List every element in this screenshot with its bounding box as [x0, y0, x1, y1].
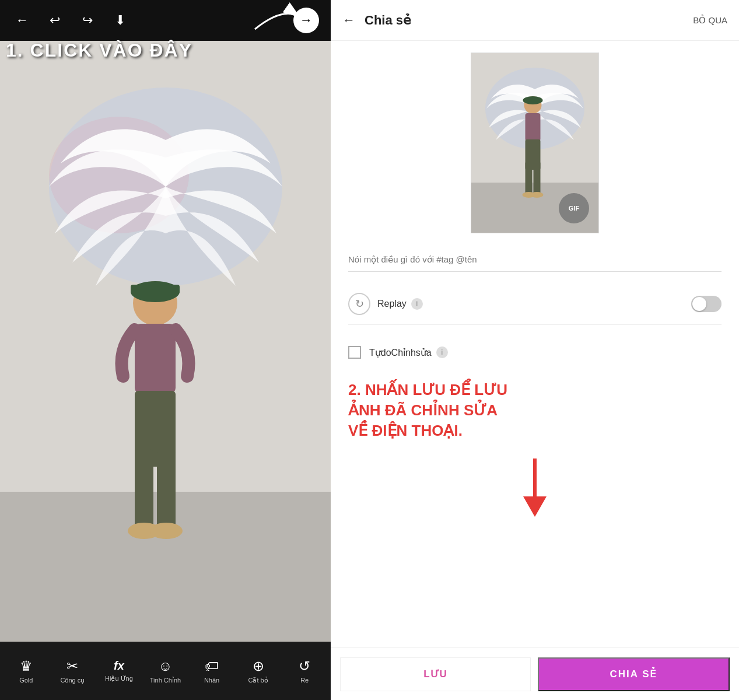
instruction-annotation: 2. NHẤN LƯU ĐỂ LƯU ẢNH ĐÃ CHỈNH SỬA VỀ Đ… — [348, 380, 722, 441]
back-button[interactable]: ← — [12, 10, 33, 31]
left-panel: ← ↩ ↪ ⬇ → 1. CLICK VÀO ĐÂY — [0, 0, 331, 700]
share-export-button[interactable]: → — [293, 8, 319, 33]
free-edit-row: TựdoChỉnhsửa i — [348, 337, 722, 368]
svg-point-14 — [523, 96, 543, 104]
tool-hieu-ung-label: Hiệu Ứng — [105, 675, 133, 682]
tool-cong-cu-label: Công cụ — [60, 677, 85, 684]
revert-icon: ↺ — [299, 658, 310, 674]
replay-info-icon[interactable]: i — [411, 298, 423, 310]
preview-child — [513, 96, 554, 224]
wings-decoration — [26, 70, 306, 315]
red-arrow-down-container — [348, 459, 722, 517]
tool-hieu-ung[interactable]: fx Hiệu Ứng — [101, 659, 136, 682]
left-toolbar: ← ↩ ↪ ⬇ → — [0, 0, 331, 41]
svg-rect-18 — [534, 162, 541, 194]
left-bottom-toolbar: ♛ Gold ✂ Công cụ fx Hiệu Ứng ☺ Tinh Chỉn… — [0, 642, 331, 700]
red-arrow-down — [517, 459, 552, 517]
tool-re[interactable]: ↺ Re — [287, 658, 322, 684]
tool-cat-bo-label: Cắt bỏ — [248, 677, 268, 684]
undo-button[interactable]: ↩ — [44, 10, 65, 31]
free-edit-info-icon[interactable]: i — [436, 346, 448, 358]
crop-icon: ⊕ — [253, 658, 264, 674]
free-edit-label: TựdoChỉnhsửa — [369, 347, 432, 358]
replay-row: ↻ Replay i — [348, 284, 722, 325]
svg-rect-9 — [157, 449, 176, 531]
svg-marker-22 — [523, 496, 547, 517]
scissors-icon: ✂ — [66, 658, 78, 674]
photo-background — [0, 41, 331, 642]
svg-rect-8 — [135, 449, 153, 531]
caption-input[interactable] — [348, 247, 722, 272]
tool-tinh-chinh-label: Tinh Chỉnh — [150, 677, 181, 684]
replay-icon-button[interactable]: ↻ — [348, 293, 370, 315]
replay-label: Replay — [377, 299, 407, 309]
tool-cat-bo[interactable]: ⊕ Cắt bỏ — [241, 658, 276, 684]
svg-point-11 — [150, 523, 183, 539]
preview-image: GIF — [471, 52, 599, 233]
child-figure — [103, 280, 208, 607]
page-title: Chia sẻ — [365, 13, 693, 28]
preview-container: GIF — [348, 52, 722, 233]
tool-cong-cu[interactable]: ✂ Công cụ — [55, 658, 90, 684]
right-panel: ← Chia sẻ BỎ QUA — [331, 0, 739, 700]
tool-gold-label: Gold — [19, 677, 33, 684]
redo-button[interactable]: ↪ — [77, 10, 98, 31]
svg-rect-6 — [135, 324, 176, 394]
right-back-button[interactable]: ← — [342, 13, 355, 28]
download-button[interactable]: ⬇ — [110, 10, 131, 31]
replay-toggle[interactable] — [691, 296, 722, 312]
save-button[interactable]: LƯU — [340, 657, 531, 691]
photo-editing-area — [0, 41, 331, 642]
click-instruction-label: 1. CLICK VÀO ĐÂY — [6, 40, 192, 61]
gif-play-badge[interactable]: GIF — [559, 193, 589, 223]
tool-tinh-chinh[interactable]: ☺ Tinh Chỉnh — [148, 658, 183, 684]
svg-rect-17 — [526, 162, 533, 194]
svg-rect-15 — [526, 113, 541, 141]
svg-rect-5 — [131, 285, 180, 294]
label-icon: 🏷 — [205, 658, 219, 674]
tool-re-label: Re — [300, 677, 309, 684]
right-bottom-bar: LƯU CHIA SẺ — [331, 648, 739, 700]
skip-button[interactable]: BỎ QUA — [693, 15, 727, 26]
free-edit-checkbox[interactable] — [348, 346, 361, 359]
fx-icon: fx — [114, 659, 124, 673]
right-header: ← Chia sẻ BỎ QUA — [331, 0, 739, 41]
share-button[interactable]: CHIA SẺ — [538, 657, 730, 691]
right-content-area: GIF ↻ Replay i TựdoChỉnhsửa i 2. NHẤN LƯ… — [331, 41, 739, 648]
tool-nhan-label: Nhãn — [204, 677, 219, 684]
adjust-icon: ☺ — [158, 658, 173, 674]
svg-point-20 — [531, 192, 544, 198]
tool-gold[interactable]: ♛ Gold — [9, 658, 44, 684]
gold-icon: ♛ — [20, 658, 33, 674]
tool-nhan[interactable]: 🏷 Nhãn — [194, 658, 229, 684]
